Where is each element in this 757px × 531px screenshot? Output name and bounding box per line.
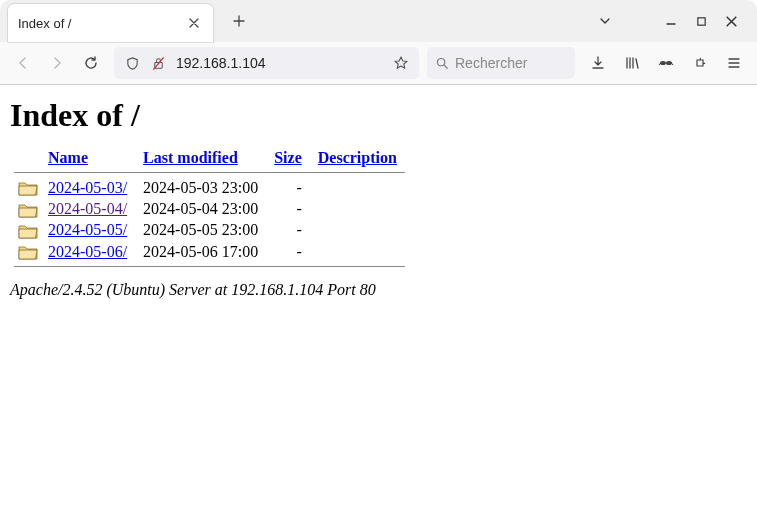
modified-cell: 2024-05-06 17:00 [135, 241, 266, 262]
col-name[interactable]: Name [48, 149, 88, 166]
directory-link[interactable]: 2024-05-06/ [48, 243, 127, 260]
directory-link[interactable]: 2024-05-03/ [48, 179, 127, 196]
table-row: 2024-05-03/2024-05-03 23:00- [14, 177, 405, 198]
svg-rect-0 [697, 17, 704, 24]
browser-tab[interactable]: Index of / [8, 4, 213, 42]
new-tab-button[interactable] [223, 5, 255, 37]
folder-icon [18, 199, 38, 216]
extensions-button[interactable] [685, 48, 715, 78]
size-cell: - [266, 241, 310, 262]
size-cell: - [266, 177, 310, 198]
shield-icon[interactable] [120, 51, 144, 75]
back-button[interactable] [8, 48, 38, 78]
page-content: Index of / Name Last modified Size Descr… [0, 85, 757, 311]
table-row: 2024-05-06/2024-05-06 17:00- [14, 241, 405, 262]
folder-icon [18, 178, 38, 195]
close-tab-icon[interactable] [185, 14, 203, 32]
modified-cell: 2024-05-03 23:00 [135, 177, 266, 198]
url-text: 192.168.1.104 [172, 55, 387, 71]
maximize-button[interactable] [693, 13, 709, 29]
url-bar[interactable]: 192.168.1.104 [114, 47, 419, 79]
tabs-dropdown-icon[interactable] [597, 13, 613, 29]
table-row: 2024-05-04/2024-05-04 23:00- [14, 198, 405, 219]
col-size[interactable]: Size [274, 149, 302, 166]
modified-cell: 2024-05-04 23:00 [135, 198, 266, 219]
col-description[interactable]: Description [318, 149, 397, 166]
tab-bar: Index of / [0, 0, 757, 42]
search-icon [435, 56, 449, 70]
size-cell: - [266, 198, 310, 219]
insecure-lock-icon[interactable] [146, 51, 170, 75]
directory-listing-table: Name Last modified Size Description 2024… [14, 148, 405, 271]
library-button[interactable] [617, 48, 647, 78]
modified-cell: 2024-05-05 23:00 [135, 220, 266, 241]
size-cell: - [266, 220, 310, 241]
search-placeholder: Rechercher [455, 55, 527, 71]
close-window-button[interactable] [723, 13, 739, 29]
menu-button[interactable] [719, 48, 749, 78]
svg-point-2 [437, 58, 444, 65]
toolbar: 192.168.1.104 Rechercher [0, 42, 757, 84]
col-modified[interactable]: Last modified [143, 149, 238, 166]
directory-link[interactable]: 2024-05-05/ [48, 221, 127, 238]
page-title: Index of / [10, 97, 747, 134]
bookmark-star-icon[interactable] [389, 51, 413, 75]
directory-link[interactable]: 2024-05-04/ [48, 200, 127, 217]
folder-icon [18, 242, 38, 259]
table-row: 2024-05-05/2024-05-05 23:00- [14, 220, 405, 241]
table-header-row: Name Last modified Size Description [14, 148, 405, 168]
forward-button[interactable] [42, 48, 72, 78]
server-signature: Apache/2.4.52 (Ubuntu) Server at 192.168… [10, 281, 747, 299]
reload-button[interactable] [76, 48, 106, 78]
extension-icon[interactable] [651, 48, 681, 78]
browser-chrome: Index of / [0, 0, 757, 85]
downloads-button[interactable] [583, 48, 613, 78]
minimize-button[interactable] [663, 13, 679, 29]
folder-icon [18, 221, 38, 238]
tab-title: Index of / [18, 16, 177, 31]
search-box[interactable]: Rechercher [427, 47, 575, 79]
